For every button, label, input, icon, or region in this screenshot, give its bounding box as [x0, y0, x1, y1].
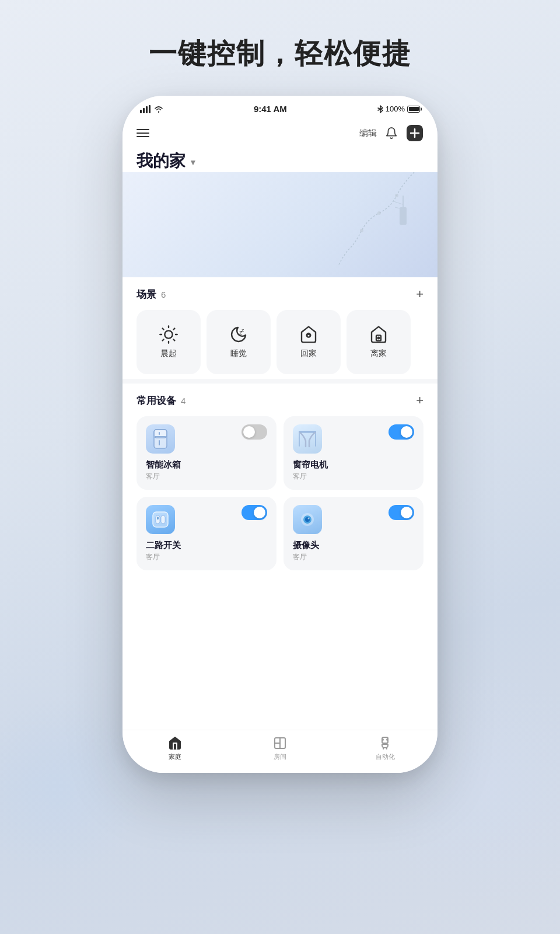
- device-switch-top: [146, 505, 267, 534]
- switch-room: 客厅: [146, 552, 267, 562]
- camera-toggle[interactable]: [388, 505, 414, 520]
- scene-card-sleep[interactable]: z z 睡觉: [206, 310, 271, 374]
- fridge-icon: [146, 424, 175, 454]
- bluetooth-icon: [377, 105, 383, 113]
- svg-point-23: [378, 337, 380, 339]
- camera-toggle-knob: [401, 507, 412, 518]
- page-headline: 一键控制，轻松便捷: [149, 35, 411, 72]
- svg-rect-30: [315, 431, 316, 447]
- svg-rect-29: [299, 431, 300, 447]
- svg-rect-27: [159, 432, 160, 435]
- nav-room-icon: [273, 736, 287, 750]
- device-card-fridge[interactable]: 智能冰箱 客厅: [136, 416, 276, 490]
- menu-line-2: [136, 133, 149, 134]
- devices-header: 常用设备 4 +: [136, 393, 424, 408]
- scenes-title-text: 场景: [136, 288, 156, 301]
- device-card-curtain[interactable]: 窗帘电机 客厅: [284, 416, 424, 490]
- switch-toggle-knob: [254, 507, 265, 518]
- nav-item-automation[interactable]: 自动化: [332, 736, 438, 761]
- title-dropdown-arrow: ▼: [189, 158, 197, 167]
- svg-point-10: [164, 330, 172, 338]
- nav-home-label: 家庭: [169, 752, 181, 761]
- devices-add-button[interactable]: +: [416, 393, 424, 408]
- home-title[interactable]: 我的家 ▼: [136, 150, 424, 172]
- nav-room-label: 房间: [274, 752, 286, 761]
- add-button[interactable]: [406, 124, 424, 142]
- svg-rect-35: [157, 517, 159, 520]
- fridge-toggle[interactable]: [242, 424, 267, 440]
- nav-automation-label: 自动化: [376, 752, 395, 761]
- edit-button[interactable]: 编辑: [359, 128, 377, 139]
- svg-rect-31: [299, 431, 316, 433]
- svg-line-17: [163, 339, 164, 340]
- devices-section: 常用设备 4 +: [123, 384, 438, 730]
- scene-card-home[interactable]: 回家: [276, 310, 341, 374]
- svg-rect-28: [159, 440, 160, 445]
- fridge-room: 客厅: [146, 472, 267, 482]
- svg-point-44: [382, 739, 383, 740]
- switch-icon: [146, 505, 175, 534]
- scenes-section: 场景 6 +: [123, 277, 438, 379]
- svg-line-18: [173, 329, 174, 330]
- svg-point-39: [308, 518, 310, 520]
- device-camera-top: [293, 505, 414, 534]
- svg-rect-32: [153, 512, 168, 527]
- battery-percentage: 100%: [386, 104, 405, 113]
- status-right: 100%: [377, 104, 420, 113]
- device-card-switch[interactable]: 二路开关 客厅: [136, 497, 276, 570]
- camera-room: 客厅: [293, 552, 414, 562]
- nav-item-room[interactable]: 房间: [228, 736, 332, 761]
- home-title-area: 我的家 ▼: [123, 147, 438, 172]
- devices-count: 4: [181, 396, 186, 406]
- scene-home-label: 回家: [300, 348, 317, 359]
- curtain-toggle-knob: [401, 426, 412, 438]
- wifi-icon: [154, 106, 163, 113]
- scene-away-icon: [369, 325, 388, 344]
- scene-sleep-icon: z z: [229, 325, 248, 344]
- phone-screen: 9:41 AM 100%: [123, 96, 438, 773]
- scenes-add-button[interactable]: +: [416, 287, 424, 302]
- menu-line-1: [136, 129, 149, 130]
- svg-rect-34: [161, 515, 165, 524]
- curtain-toggle[interactable]: [388, 424, 414, 440]
- curtain-icon: [293, 424, 322, 454]
- scene-home-icon: [299, 325, 318, 344]
- phone-mockup: 9:41 AM 100%: [123, 96, 438, 773]
- svg-line-14: [173, 339, 174, 340]
- svg-point-5: [360, 229, 363, 232]
- bottom-nav: 家庭 房间: [123, 730, 438, 773]
- svg-point-4: [377, 211, 381, 215]
- top-bar: 编辑: [123, 119, 438, 147]
- scenes-count: 6: [161, 290, 166, 299]
- device-card-camera[interactable]: 摄像头 客厅: [284, 497, 424, 570]
- svg-point-45: [387, 739, 388, 740]
- fridge-name: 智能冰箱: [146, 459, 267, 471]
- svg-text:z: z: [242, 327, 244, 333]
- switch-toggle[interactable]: [242, 505, 267, 520]
- svg-rect-26: [155, 436, 166, 437]
- camera-icon: [293, 505, 322, 534]
- device-grid: 智能冰箱 客厅: [136, 416, 424, 570]
- signal-icon: [140, 105, 150, 113]
- bell-button[interactable]: [385, 127, 398, 140]
- device-curtain-top: [293, 424, 414, 454]
- battery-icon: [407, 106, 420, 113]
- devices-title: 常用设备 4: [136, 394, 186, 407]
- scene-away-label: 离家: [370, 348, 387, 359]
- menu-button[interactable]: [136, 129, 149, 137]
- scenes-header: 场景 6 +: [136, 287, 424, 302]
- svg-line-13: [163, 329, 164, 330]
- hero-banner: [123, 172, 438, 277]
- status-left: [140, 105, 163, 113]
- svg-point-3: [395, 194, 398, 197]
- nav-automation-icon: [378, 736, 392, 750]
- scene-card-away[interactable]: 离家: [346, 310, 411, 374]
- scene-morning-label: 晨起: [160, 348, 177, 359]
- switch-name: 二路开关: [146, 540, 267, 551]
- scene-card-morning[interactable]: 晨起: [136, 310, 201, 374]
- scenes-title: 场景 6: [136, 288, 166, 301]
- devices-title-text: 常用设备: [136, 394, 176, 407]
- nav-item-home[interactable]: 家庭: [123, 736, 228, 761]
- home-title-text: 我的家: [136, 150, 186, 172]
- menu-line-3: [136, 136, 149, 137]
